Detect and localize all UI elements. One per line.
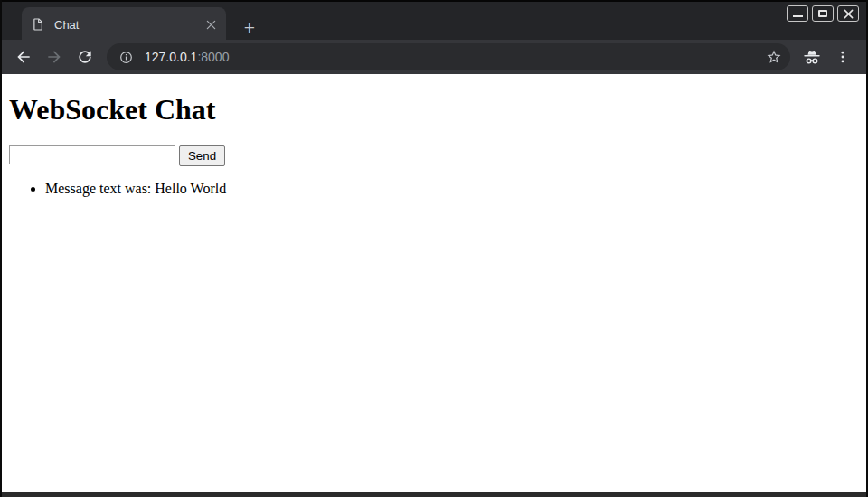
three-dots-menu-icon [835,49,851,65]
maximize-icon [818,10,827,17]
message-item: Message text was: Hello World [45,181,859,197]
new-tab-button[interactable]: + [237,14,262,40]
message-list: Message text was: Hello World [9,181,859,197]
reload-button[interactable] [72,44,98,70]
back-button[interactable] [11,44,36,70]
browser-menu-button[interactable] [830,44,855,70]
window-bottom-border [2,492,866,497]
site-info-icon[interactable] [116,47,136,67]
chat-form: Send [9,145,859,166]
page-title: WebSocket Chat [9,93,859,127]
url-port: :8000 [197,50,229,64]
tab-chat[interactable]: Chat [22,7,226,42]
tab-close-icon[interactable] [203,16,219,33]
url-host: 127.0.0.1 [145,50,197,64]
titlebar: Chat + [2,0,866,40]
incognito-indicator [799,44,825,70]
document-favicon-icon [31,17,45,32]
close-button[interactable] [837,5,859,22]
page-viewport: WebSocket Chat Send Message text was: He… [2,74,866,492]
tab-title: Chat [54,18,203,32]
maximize-button[interactable] [812,5,834,22]
minimize-button[interactable] [787,5,808,22]
url-text: 127.0.0.1:8000 [145,50,763,64]
websocket-chat-page: WebSocket Chat Send Message text was: He… [2,93,866,197]
bookmark-star-icon[interactable] [763,46,785,68]
browser-window: Chat + [0,0,868,497]
forward-button[interactable] [42,44,67,70]
forward-arrow-icon [45,48,63,66]
window-controls [787,5,859,22]
back-arrow-icon [14,48,33,66]
send-button[interactable]: Send [179,145,225,166]
reload-icon [76,48,94,66]
url-bar[interactable]: 127.0.0.1:8000 [107,43,790,70]
minimize-icon [793,15,803,17]
message-input[interactable] [9,145,175,164]
close-icon [844,9,854,19]
incognito-icon [802,47,822,67]
navigation-toolbar: 127.0.0.1:8000 [2,40,866,74]
